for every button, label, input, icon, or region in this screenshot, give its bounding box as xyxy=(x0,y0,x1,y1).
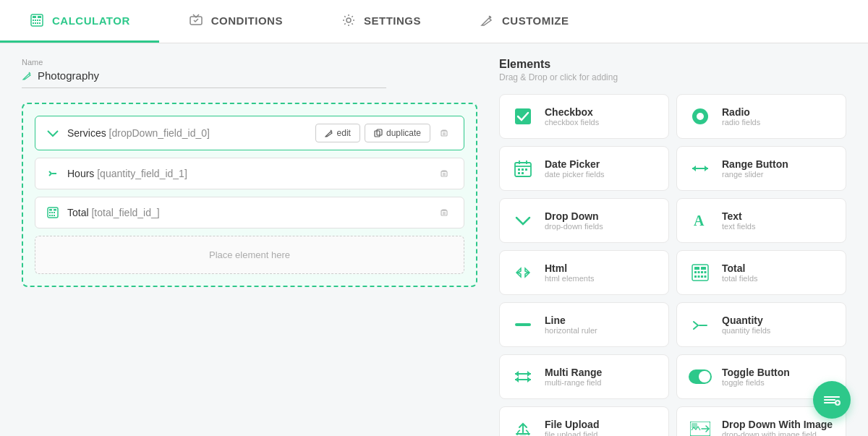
elements-title: Elements xyxy=(499,58,846,71)
svg-rect-3 xyxy=(33,20,34,21)
toggle-icon xyxy=(689,365,712,388)
svg-rect-48 xyxy=(705,275,707,278)
svg-rect-5 xyxy=(37,20,38,21)
delete-total-button[interactable] xyxy=(435,205,454,221)
svg-rect-42 xyxy=(698,271,700,273)
element-card-quantity[interactable]: Quantity quantity fields xyxy=(676,302,846,347)
element-card-multirange[interactable]: Multi Range multi-range field xyxy=(499,354,669,399)
svg-rect-33 xyxy=(522,168,524,171)
line-icon xyxy=(511,313,535,336)
svg-rect-54 xyxy=(692,423,697,428)
tab-customize-label: CUSTOMIZE xyxy=(502,14,569,27)
duplicate-button[interactable]: duplicate xyxy=(365,124,430,142)
svg-rect-47 xyxy=(701,275,703,278)
element-card-checkbox[interactable]: Checkbox checkbox fields xyxy=(499,94,669,139)
field-row-hours: Hours [quantity_field_id_1] xyxy=(35,158,464,189)
svg-point-30 xyxy=(697,113,704,120)
tab-settings-label: SETTINGS xyxy=(364,14,421,27)
element-card-total[interactable]: Total total fields xyxy=(676,250,846,295)
range-icon xyxy=(689,157,712,180)
conditions-icon xyxy=(188,12,204,28)
svg-rect-35 xyxy=(518,172,520,174)
name-label: Name xyxy=(22,58,477,67)
delete-hours-button[interactable] xyxy=(435,166,454,181)
svg-rect-16 xyxy=(441,131,447,136)
svg-rect-44 xyxy=(705,271,707,273)
services-field-label: Services [dropDown_field_id_0] xyxy=(67,127,210,139)
svg-rect-10 xyxy=(39,22,41,24)
delete-services-button[interactable] xyxy=(435,125,454,141)
name-edit-icon xyxy=(22,71,32,81)
calculator-icon xyxy=(29,12,45,28)
svg-rect-46 xyxy=(698,275,700,278)
element-card-text[interactable]: A Text text fields xyxy=(676,198,846,243)
tab-settings[interactable]: SETTINGS xyxy=(312,0,450,43)
svg-rect-24 xyxy=(49,215,51,216)
element-card-dropdown[interactable]: Drop Down drop-down fields xyxy=(499,198,669,243)
datepicker-icon xyxy=(511,157,535,180)
svg-rect-17 xyxy=(441,171,447,176)
svg-point-13 xyxy=(489,16,491,18)
services-field-icon xyxy=(46,126,60,140)
right-panel: Elements Drag & Drop or click for adding… xyxy=(499,58,846,436)
svg-rect-19 xyxy=(49,209,52,211)
left-panel: Name Photography Servi xyxy=(22,58,477,436)
svg-rect-45 xyxy=(694,275,697,278)
svg-rect-43 xyxy=(701,271,703,273)
checkbox-icon xyxy=(511,105,535,128)
dropdownimage-icon xyxy=(689,417,712,436)
element-card-line[interactable]: Line horizontal ruler xyxy=(499,302,669,347)
svg-text:A: A xyxy=(694,213,705,228)
svg-rect-21 xyxy=(49,212,51,213)
total-field-icon xyxy=(46,205,60,220)
total-icon xyxy=(689,261,712,284)
element-card-fileupload[interactable]: File Upload file upload field xyxy=(499,406,669,436)
elements-subtitle: Drag & Drop or click for adding xyxy=(499,72,846,82)
tab-customize[interactable]: CUSTOMIZE xyxy=(450,0,598,43)
place-element-here[interactable]: Place element here xyxy=(35,236,464,274)
svg-rect-2 xyxy=(38,16,41,18)
field-row-total: Total [total_field_id_] xyxy=(35,197,464,228)
svg-rect-6 xyxy=(39,20,41,21)
name-field: Photography xyxy=(22,69,386,88)
svg-point-52 xyxy=(520,432,526,436)
svg-rect-39 xyxy=(694,267,699,270)
svg-rect-20 xyxy=(54,209,56,211)
top-tabs: CALCULATOR CONDITIONS SETTINGS xyxy=(0,0,868,43)
tab-calculator-label: CALCULATOR xyxy=(52,14,130,27)
tab-conditions-label: CONDITIONS xyxy=(211,14,283,27)
svg-rect-26 xyxy=(54,215,55,216)
svg-rect-49 xyxy=(515,323,531,326)
elements-grid: Checkbox checkbox fields Radio radio fie… xyxy=(499,94,846,436)
fab-button[interactable] xyxy=(813,381,851,419)
svg-rect-9 xyxy=(37,22,38,24)
radio-icon xyxy=(689,105,712,128)
settings-icon xyxy=(341,12,357,28)
fileupload-icon xyxy=(511,417,535,436)
tab-calculator[interactable]: CALCULATOR xyxy=(0,0,159,43)
svg-rect-34 xyxy=(525,168,527,171)
element-card-range[interactable]: Range Button range slider xyxy=(676,146,846,191)
customize-icon xyxy=(479,12,495,28)
svg-rect-32 xyxy=(518,168,520,171)
edit-button[interactable]: edit xyxy=(315,124,360,142)
text-icon: A xyxy=(689,209,712,232)
main-content: Name Photography Servi xyxy=(0,43,868,436)
html-icon xyxy=(511,261,535,284)
hours-field-label: Hours [quantity_field_id_1] xyxy=(67,168,187,179)
element-card-html[interactable]: Html html elements xyxy=(499,250,669,295)
hours-field-icon xyxy=(46,166,60,181)
field-row-services: Services [dropDown_field_id_0] edit dupl… xyxy=(35,116,464,150)
svg-rect-25 xyxy=(51,215,53,216)
svg-rect-7 xyxy=(33,22,34,24)
element-card-datepicker[interactable]: Date Picker date picker fields xyxy=(499,146,669,191)
svg-point-51 xyxy=(699,371,710,382)
multirange-icon xyxy=(511,365,535,388)
svg-rect-36 xyxy=(522,172,524,174)
svg-rect-22 xyxy=(51,212,53,213)
dropdown-icon xyxy=(511,209,535,232)
element-card-radio[interactable]: Radio radio fields xyxy=(676,94,846,139)
svg-rect-23 xyxy=(54,212,55,213)
svg-rect-27 xyxy=(441,210,447,215)
tab-conditions[interactable]: CONDITIONS xyxy=(159,0,312,43)
